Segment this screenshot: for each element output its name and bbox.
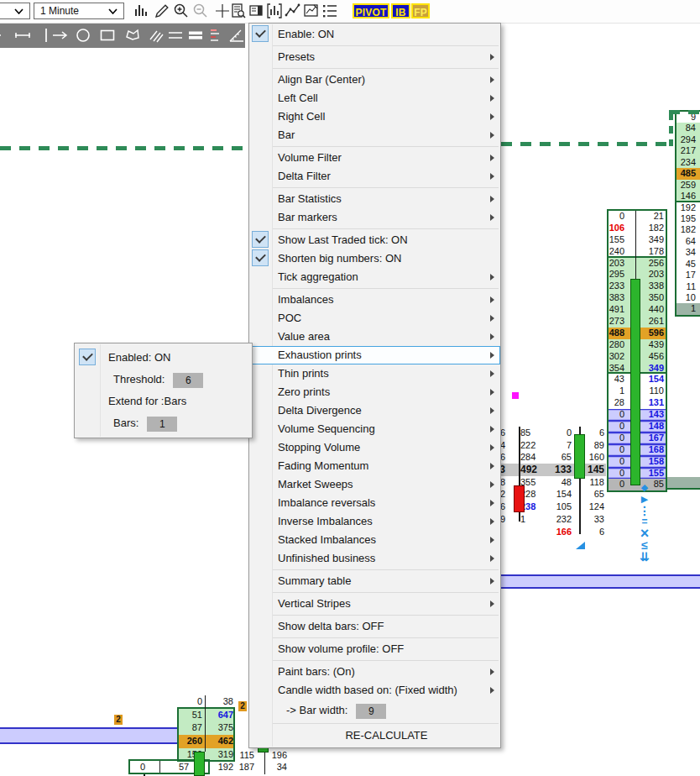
menu-item-unfinished-business[interactable]: Unfinished business: [249, 549, 500, 568]
interval-combo[interactable]: 1 Minute: [34, 3, 124, 19]
menu-number-input[interactable]: 9: [356, 704, 386, 719]
submenu-arrow-icon: [490, 54, 494, 60]
menu-item-enable-on[interactable]: Enable: ON: [249, 25, 500, 44]
fp-button[interactable]: FP: [411, 3, 430, 18]
line-segment-icon[interactable]: [0, 26, 12, 45]
menu-item-exhaustion-prints[interactable]: Exhaustion prints: [249, 346, 500, 364]
menu-item-tick-aggregation[interactable]: Tick aggregation: [249, 268, 500, 286]
thick-lines-icon[interactable]: [186, 26, 205, 45]
list-settings-icon[interactable]: [321, 2, 339, 20]
menu-item-label: Delta Filter: [278, 170, 331, 182]
image-chart-icon[interactable]: [302, 2, 321, 20]
imbalance-count-label: 2: [238, 701, 247, 711]
menu-item-vertical-stripes[interactable]: Vertical Stripes: [249, 595, 500, 613]
menu-item-poc[interactable]: POC: [249, 309, 500, 328]
polygon-icon[interactable]: [123, 26, 142, 45]
menu-item-inverse-imbalances[interactable]: Inverse Imbalances: [249, 512, 500, 531]
angle-ruler-icon[interactable]: [227, 26, 246, 45]
menu-separator: [273, 660, 499, 661]
submenu-arrow-icon: [490, 444, 494, 451]
menu-item-label: RE-CALCULATE: [345, 729, 427, 742]
menu-item-volume-sequencing[interactable]: Volume Sequencing: [249, 420, 500, 438]
pencil-icon[interactable]: [153, 2, 171, 20]
submenu-arrow-icon: [490, 274, 494, 281]
menu-item-candle-width-based-on-fixed-width[interactable]: Candle width based on: (Fixed width): [249, 681, 500, 700]
menu-item-align-bar-center[interactable]: Align Bar (Center): [249, 71, 500, 89]
menu-item-fading-momentum[interactable]: Fading Momentum: [249, 457, 500, 475]
menu-item-bar[interactable]: Bar: [249, 126, 500, 144]
menu-item-right-cell[interactable]: Right Cell: [249, 107, 500, 126]
menu-item-show-last-traded-tick-on[interactable]: Show Last Traded tick: ON: [249, 231, 500, 249]
ib-button[interactable]: IB: [391, 3, 410, 18]
menu-item-zero-prints[interactable]: Zero prints: [249, 383, 500, 401]
menu-item-value-area[interactable]: Value area: [249, 328, 500, 346]
price-column-row: 485: [676, 168, 700, 179]
menu-item-label: Value area: [278, 330, 330, 343]
document-search-icon[interactable]: [229, 2, 248, 20]
menu-item-bar-markers[interactable]: Bar markers: [249, 208, 500, 227]
menu-item-re-calculate[interactable]: RE-CALCULATE: [249, 726, 500, 746]
submenu-arrow-icon: [490, 407, 494, 414]
menu-item-delta-filter[interactable]: Delta Filter: [249, 167, 500, 186]
menu-item-left-cell[interactable]: Left Cell: [249, 89, 500, 107]
menu-item-show-volume-profile-off[interactable]: Show volume profile: OFF: [249, 640, 500, 658]
pivot-button[interactable]: PIVOT: [353, 3, 389, 18]
panel-icon[interactable]: [248, 2, 266, 20]
menu-separator: [273, 615, 499, 616]
menu-item-summary-table[interactable]: Summary table: [249, 572, 500, 590]
menu-item-imbalance-reversals[interactable]: Imbalance reversals: [249, 494, 500, 512]
equals-lines-icon[interactable]: [166, 26, 185, 45]
horizontal-line-icon[interactable]: [13, 26, 32, 45]
bar-chart-box-icon[interactable]: [265, 2, 284, 20]
parallel-lines-icon[interactable]: [147, 26, 165, 45]
menu-item-imbalances[interactable]: Imbalances: [249, 291, 500, 309]
menu-item-stacked-imbalances[interactable]: Stacked Imbalances: [249, 531, 500, 549]
checkbox-checked-icon: [252, 25, 269, 42]
price-column-row: 259: [676, 180, 700, 191]
price-levels-icon[interactable]: [207, 26, 226, 45]
candle-wick: [579, 479, 581, 534]
menu-item-show-delta-bars-off[interactable]: Show delta bars: OFF: [249, 617, 500, 636]
submenu-number-input[interactable]: 1: [147, 417, 177, 432]
submenu-item-enabled-on[interactable]: Enabled: ON: [75, 347, 252, 369]
ellipse-icon[interactable]: [74, 26, 92, 45]
submenu-number-input[interactable]: 6: [173, 373, 203, 388]
menu-item-volume-filter[interactable]: Volume Filter: [249, 149, 500, 167]
price-column-row: 11: [676, 281, 700, 292]
bar-chart-icon[interactable]: [132, 2, 150, 20]
line-graph-icon[interactable]: [284, 2, 302, 20]
menu-item-label: Thin prints: [278, 367, 329, 380]
menu-item-label: Inverse Imbalances: [278, 515, 373, 527]
rectangle-icon[interactable]: [98, 26, 117, 45]
menu-item-delta-divergence[interactable]: Delta Divergence: [249, 401, 500, 420]
menu-item-label: Delta Divergence: [278, 404, 362, 417]
arrow-right-icon[interactable]: [51, 26, 70, 45]
zoom-in-icon[interactable]: [172, 2, 191, 20]
candle-body-red: [514, 485, 525, 512]
symbol-combo[interactable]: [0, 3, 30, 19]
menu-item-market-sweeps[interactable]: Market Sweeps: [249, 475, 500, 494]
menu-item-label: Paint bars: (On): [278, 665, 355, 678]
zoom-out-icon[interactable]: [191, 2, 210, 20]
submenu-item-threshold[interactable]: Threshold:6: [75, 369, 252, 391]
submenu-arrow-icon: [490, 315, 494, 322]
menu-item-presets[interactable]: Presets: [249, 48, 500, 66]
chevron-down-icon: [108, 8, 118, 14]
submenu-arrow-icon: [490, 669, 494, 675]
submenu-item-extend-for-bars[interactable]: Extend for :Bars: [75, 391, 252, 412]
menu-item-shorten-big-numbers-on[interactable]: Shorten big numbers: ON: [249, 249, 500, 268]
submenu-arrow-icon: [490, 132, 494, 139]
menu-item-paint-bars-on[interactable]: Paint bars: (On): [249, 663, 500, 681]
submenu-item-bars[interactable]: Bars:1: [75, 412, 252, 434]
menu-item-bar-statistics[interactable]: Bar Statistics: [249, 190, 500, 208]
menu-item-bar-width[interactable]: -> Bar width:9: [249, 700, 500, 721]
menu-separator: [273, 288, 499, 289]
price-column-row: 64: [676, 236, 700, 247]
menu-item-stopping-volume[interactable]: Stopping Volume: [249, 438, 500, 457]
box-cell-right: 57: [179, 762, 189, 772]
dashed-level-line-corner: [669, 113, 673, 146]
submenu-arrow-icon: [490, 578, 494, 585]
menu-item-thin-prints[interactable]: Thin prints: [249, 364, 500, 383]
footprint-main-column-row: 106182: [609, 223, 666, 234]
menu-item-label: Bar: [278, 128, 295, 141]
